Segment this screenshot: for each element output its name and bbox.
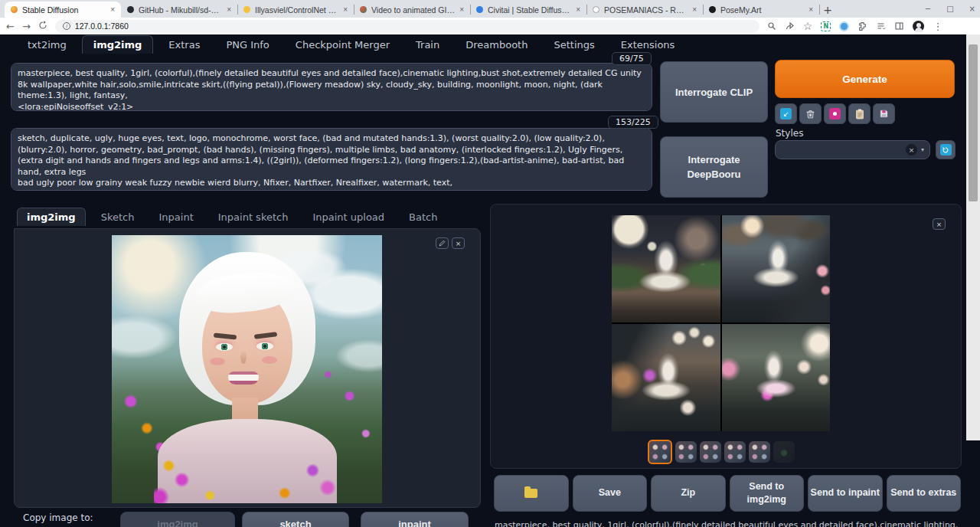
browser-tab-posemaniacs[interactable]: POSEMANIACS - Royalty free 3... ×	[586, 2, 703, 18]
copy-to-inpaint-button[interactable]: inpaint	[361, 512, 469, 527]
tab-train[interactable]: Train	[405, 36, 450, 54]
tab-dreambooth[interactable]: Dreambooth	[455, 36, 538, 54]
styles-clear-icon[interactable]: ×	[906, 144, 917, 155]
maximize-icon[interactable]: □	[946, 5, 953, 13]
reading-list-icon[interactable]	[876, 21, 886, 31]
mode-tab-inpaint[interactable]: Inpaint	[149, 208, 202, 226]
negative-prompt-token-counter: 153/225	[608, 116, 658, 129]
browser-tab-github[interactable]: GitHub - Mikubill/sd-webui-co... ×	[121, 2, 237, 18]
send-to-extras-button[interactable]: Send to extras	[887, 475, 962, 512]
send-to-img2img-button[interactable]: Send to img2img	[730, 475, 805, 512]
browser-tab-posemyart[interactable]: PoseMy.Art ×	[703, 2, 819, 18]
menu-dots-icon[interactable]: ⋮	[933, 21, 942, 31]
gallery-thumbnail[interactable]	[724, 441, 746, 463]
open-folder-button[interactable]	[494, 475, 569, 512]
favicon-stable-diffusion	[11, 6, 18, 13]
tab-img2img[interactable]: img2img	[82, 35, 154, 54]
output-gallery-panel: ×	[490, 204, 962, 469]
back-icon[interactable]: ←	[6, 21, 15, 31]
portrait-eye	[256, 342, 273, 350]
portrait-nose	[240, 350, 247, 364]
extension-n-icon[interactable]: N	[821, 21, 831, 31]
reload-icon[interactable]	[38, 21, 47, 31]
gallery-thumbnail[interactable]	[700, 441, 721, 463]
page-info-icon[interactable]: i	[63, 22, 70, 30]
forward-icon[interactable]: →	[22, 21, 31, 31]
prompt-token-counter: 69/75	[612, 52, 652, 65]
profile-avatar[interactable]	[913, 21, 924, 32]
url-bar[interactable]: i 127.0.0.1:7860	[55, 20, 760, 33]
tab-close-icon[interactable]: ×	[808, 5, 813, 14]
browser-tab-controlnet[interactable]: Illyasviel/ControlNet at main ×	[237, 2, 354, 18]
gallery-thumbnail[interactable]	[675, 441, 697, 463]
gallery-grid-image-1	[612, 215, 720, 322]
share-icon[interactable]	[785, 21, 795, 31]
copy-to-img2img-button[interactable]: img2img	[120, 512, 235, 527]
paste-params-button[interactable]: ↙	[775, 103, 797, 124]
interrogate-deepbooru-button[interactable]: Interrogate DeepBooru	[660, 136, 768, 198]
browser-tab-stable-diffusion[interactable]: Stable Diffusion ×	[5, 2, 121, 18]
refresh-icon	[940, 144, 952, 155]
gallery-thumbnail[interactable]	[749, 441, 770, 463]
tab-extensions[interactable]: Extensions	[610, 36, 686, 54]
gallery-thumbnail-selected[interactable]	[648, 440, 672, 464]
tab-txt2img[interactable]: txt2img	[17, 36, 77, 54]
side-panel-icon[interactable]	[894, 21, 904, 31]
source-image-preview[interactable]	[112, 235, 382, 503]
extra-networks-button[interactable]	[824, 103, 846, 124]
refresh-styles-button[interactable]	[936, 140, 956, 159]
portrait-mouth	[228, 372, 259, 385]
favicon-posemaniacs	[593, 6, 599, 13]
tab-close-icon[interactable]: ×	[227, 5, 231, 14]
zoom-search-icon[interactable]	[767, 21, 776, 31]
mode-tab-sketch[interactable]: Sketch	[92, 208, 144, 226]
favicon-gif-converter	[360, 6, 367, 13]
edit-pencil-icon[interactable]	[436, 237, 449, 249]
page-scrollbar[interactable]	[966, 34, 980, 440]
prompt-input[interactable]: masterpiece, best quality, 1girl, (color…	[11, 63, 652, 111]
apply-style-button[interactable]	[848, 103, 871, 124]
browser-tab-civitai[interactable]: Civitai | Stable Diffusion model... ×	[470, 2, 586, 18]
interrogate-clip-button[interactable]: Interrogate CLIP	[660, 61, 768, 123]
app-nav-tabs: txt2img img2img Extras PNG Info Checkpoi…	[0, 34, 966, 54]
copy-to-sketch-button[interactable]: sketch	[242, 512, 349, 527]
tab-close-icon[interactable]: ×	[110, 5, 115, 14]
mode-tab-inpaint-sketch[interactable]: Inpaint sketch	[209, 208, 298, 226]
tab-extras[interactable]: Extras	[158, 36, 211, 54]
minimize-icon[interactable]: −	[925, 5, 931, 13]
trash-icon	[805, 109, 815, 119]
save-style-button[interactable]	[873, 103, 895, 124]
tab-close-icon[interactable]: ×	[692, 5, 697, 14]
tab-settings[interactable]: Settings	[543, 36, 605, 54]
bookmark-star-icon[interactable]: ☆	[803, 21, 813, 31]
window-close-icon[interactable]: ×	[969, 5, 975, 13]
tab-checkpoint-merger[interactable]: Checkpoint Merger	[285, 36, 400, 54]
tab-close-icon[interactable]: ×	[459, 5, 464, 14]
tab-close-icon[interactable]: ×	[343, 5, 348, 14]
mode-tab-batch[interactable]: Batch	[400, 208, 446, 226]
gallery-close-icon[interactable]: ×	[933, 218, 946, 230]
mode-tab-inpaint-upload[interactable]: Inpaint upload	[303, 208, 394, 226]
browser-tab-title: Civitai | Stable Diffusion model...	[488, 5, 571, 15]
save-button[interactable]: Save	[573, 475, 648, 512]
remove-image-icon[interactable]: ×	[452, 237, 465, 249]
send-to-inpaint-button[interactable]: Send to inpaint	[808, 475, 883, 512]
mode-tab-img2img[interactable]: img2img	[17, 208, 86, 226]
generate-button[interactable]: Generate	[775, 60, 955, 98]
favicon-huggingface	[243, 6, 250, 13]
scrollbar-thumb[interactable]	[969, 44, 978, 201]
browser-tabstrip: Stable Diffusion × GitHub - Mikubill/sd-…	[0, 0, 980, 18]
gallery-thumbnail[interactable]	[773, 441, 795, 463]
extension-blue-icon[interactable]	[839, 21, 849, 31]
negative-prompt-input[interactable]: sketch, duplicate, ugly, huge eyes, text…	[11, 128, 652, 191]
gallery-selected-image[interactable]	[612, 215, 830, 431]
clear-prompt-button[interactable]	[799, 103, 822, 124]
tab-png-info[interactable]: PNG Info	[215, 36, 279, 54]
browser-tab-gif-converter[interactable]: Video to animated GIF converter ×	[354, 2, 470, 18]
extensions-puzzle-icon[interactable]	[858, 21, 867, 31]
tab-close-icon[interactable]: ×	[576, 5, 580, 14]
extra-networks-card-icon	[829, 108, 841, 119]
new-tab-button[interactable]: +	[819, 2, 836, 18]
styles-dropdown[interactable]: × ▾	[775, 140, 930, 159]
zip-button[interactable]: Zip	[651, 475, 726, 512]
